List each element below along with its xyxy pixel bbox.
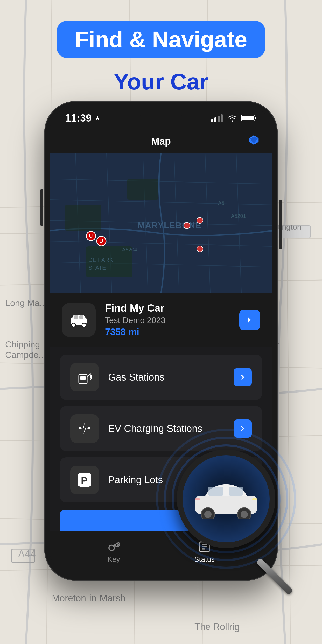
tab-key[interactable]: Key: [107, 540, 120, 564]
svg-text:A5: A5: [218, 200, 224, 206]
find-car-subtitle: Test Demo 2023: [105, 316, 230, 325]
svg-rect-63: [74, 315, 78, 319]
header-subtitle: Your Car: [0, 68, 322, 95]
diamond-icon: [248, 134, 260, 148]
svg-text:MARYLEBONE: MARYLEBONE: [138, 221, 201, 230]
magnifier-glass: [177, 450, 275, 548]
svg-text:A44: A44: [18, 549, 36, 559]
battery-icon: [241, 114, 257, 122]
find-car-arrow-button[interactable]: [239, 310, 260, 330]
svg-point-56: [184, 222, 190, 229]
svg-text:DE PARK: DE PARK: [88, 257, 113, 263]
header-title: Find & Navigate: [75, 28, 247, 51]
header: Find & Navigate Your Car: [0, 0, 322, 95]
gas-stations-arrow-button[interactable]: [234, 368, 252, 386]
svg-text:STATE: STATE: [88, 264, 106, 271]
svg-rect-24: [211, 119, 213, 122]
phone-map: MARYLEBONE DE PARK STATE A5204 A5201 A5 …: [50, 153, 272, 293]
ev-charging-icon-box: [70, 414, 99, 443]
find-my-car-card[interactable]: Find My Car Test Demo 2023 7358 mi: [50, 293, 272, 347]
svg-rect-64: [79, 315, 83, 319]
svg-rect-45: [127, 179, 158, 200]
car-svg: [190, 478, 262, 519]
magnifier-container: [143, 416, 314, 597]
svg-rect-44: [65, 205, 101, 231]
car-icon-box: [62, 303, 96, 337]
svg-rect-83: [252, 498, 257, 500]
svg-point-62: [82, 323, 86, 327]
gas-stations-label: Gas Stations: [108, 372, 224, 383]
status-time: 11:39: [65, 112, 100, 124]
ev-charging-icon: [77, 421, 92, 436]
tab-key-label: Key: [108, 555, 120, 564]
svg-point-58: [197, 246, 203, 252]
svg-text:Moreton-in-Marsh: Moreton-in-Marsh: [52, 593, 125, 604]
parking-icon-box: P: [70, 466, 99, 494]
svg-rect-77: [208, 487, 223, 496]
car-in-magnifier: [190, 478, 262, 520]
notch: [140, 111, 182, 122]
svg-point-74: [109, 545, 114, 550]
signal-icon: [211, 114, 223, 122]
svg-rect-27: [221, 114, 223, 122]
find-car-title: Find My Car: [105, 302, 230, 314]
svg-text:A5204: A5204: [122, 247, 137, 253]
svg-text:U: U: [99, 238, 103, 244]
arrow-right-icon: [245, 315, 254, 325]
status-icons: [211, 114, 257, 122]
status-bar: 11:39: [50, 106, 272, 130]
svg-rect-67: [90, 375, 92, 378]
svg-text:Chipping: Chipping: [5, 339, 40, 349]
svg-rect-26: [218, 116, 220, 122]
nav-title: Map: [151, 136, 171, 147]
find-car-info: Find My Car Test Demo 2023 7358 mi: [105, 302, 230, 338]
find-car-distance: 7358 mi: [105, 327, 230, 338]
parking-icon: P: [77, 472, 92, 488]
svg-text:P: P: [81, 475, 87, 486]
svg-point-82: [241, 511, 248, 518]
svg-rect-84: [195, 498, 200, 500]
svg-rect-78: [229, 487, 243, 496]
svg-text:The Rollrig: The Rollrig: [194, 621, 240, 632]
svg-rect-30: [242, 116, 254, 120]
svg-rect-66: [80, 376, 86, 380]
svg-text:A5201: A5201: [231, 213, 246, 219]
gas-station-icon-box: [70, 363, 99, 391]
gas-station-icon: [77, 369, 92, 385]
svg-text:Campde...: Campde...: [5, 350, 46, 360]
svg-point-57: [197, 217, 203, 223]
location-arrow-icon: [95, 115, 100, 121]
car-icon: [68, 312, 89, 328]
svg-text:U: U: [89, 233, 93, 239]
svg-rect-29: [255, 117, 256, 119]
header-badge: Find & Navigate: [57, 21, 265, 58]
svg-point-61: [72, 323, 76, 327]
svg-rect-25: [214, 117, 216, 122]
phone-nav-bar: Map: [50, 130, 272, 153]
arrow-right-icon: [239, 374, 246, 381]
svg-point-80: [204, 511, 212, 518]
wifi-icon: [227, 114, 237, 122]
gas-stations-item[interactable]: Gas Stations: [60, 355, 262, 400]
svg-text:Long Ma...: Long Ma...: [5, 298, 47, 308]
magnifier-handle: [256, 558, 293, 596]
key-icon: [107, 540, 120, 553]
